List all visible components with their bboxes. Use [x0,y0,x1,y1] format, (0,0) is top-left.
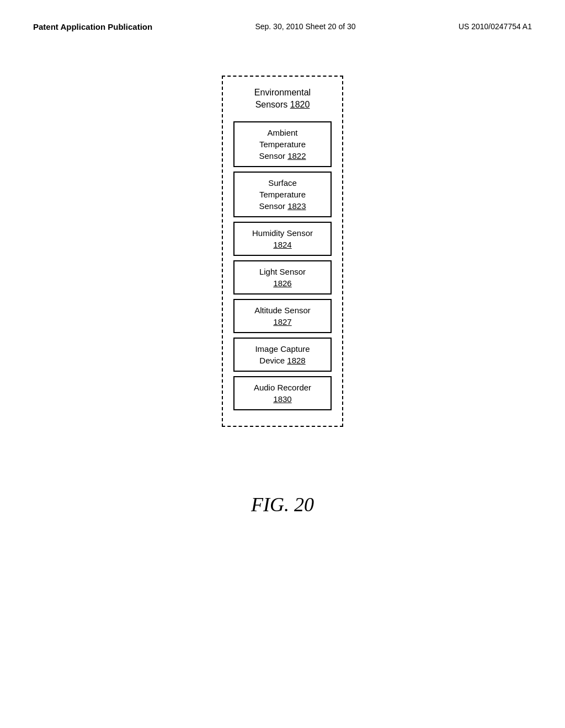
environmental-sensors-box: EnvironmentalSensors 1820 AmbientTempera… [222,76,343,427]
sensor-box-ambient-temp: AmbientTemperatureSensor 1822 [233,121,332,167]
sensor-box-light: Light Sensor1826 [233,260,332,295]
sheet-info: Sep. 30, 2010 Sheet 20 of 30 [255,22,355,31]
sensor-box-audio-recorder: Audio Recorder1830 [233,376,332,410]
publication-label: Patent Application Publication [33,22,152,31]
sensor-box-image-capture: Image CaptureDevice 1828 [233,338,332,372]
diagram-container: EnvironmentalSensors 1820 AmbientTempera… [0,76,565,427]
patent-number: US 2010/0247754 A1 [459,22,532,31]
sensor-box-surface-temp: SurfaceTemperatureSensor 1823 [233,172,332,217]
page-header: Patent Application Publication Sep. 30, … [0,0,565,42]
sensor-box-altitude: Altitude Sensor1827 [233,299,332,333]
sensor-box-humidity: Humidity Sensor1824 [233,222,332,256]
figure-label: FIG. 20 [0,493,565,516]
environmental-sensors-label: EnvironmentalSensors 1820 [249,82,316,116]
